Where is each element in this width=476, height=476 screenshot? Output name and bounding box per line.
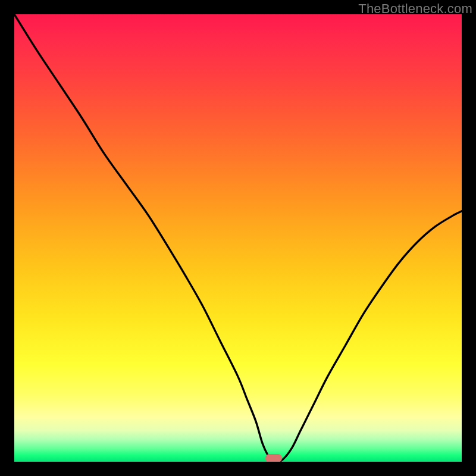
chart-frame: TheBottleneck.com xyxy=(0,0,476,476)
watermark-text: TheBottleneck.com xyxy=(358,1,472,17)
bottleneck-curve xyxy=(14,14,462,462)
minimum-marker xyxy=(265,454,282,462)
plot-area xyxy=(14,14,462,462)
